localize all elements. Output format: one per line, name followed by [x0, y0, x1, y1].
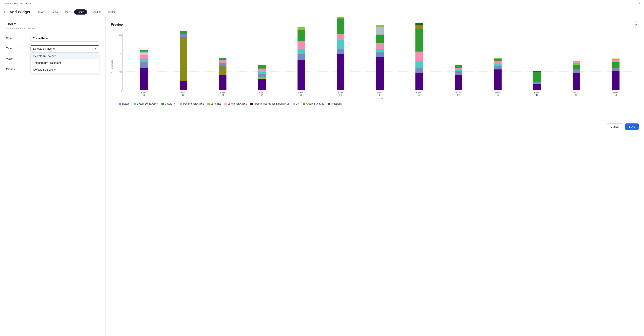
- bar-group-block-06: [337, 17, 344, 90]
- dropdown-item-temperature[interactable]: Temperature Histogram: [31, 59, 99, 66]
- bar-segment: [455, 69, 462, 71]
- bar-segment: [572, 73, 580, 90]
- breadcrumb-dashboard[interactable]: Dashboard: [4, 2, 16, 5]
- legend-color: [303, 103, 306, 105]
- x-axis-title: Inverters: [122, 97, 637, 99]
- bar-group-block-02: [180, 31, 187, 90]
- breadcrumb-chevron: ›: [17, 2, 18, 5]
- bar-segment: [140, 62, 148, 68]
- bar-segment: [416, 52, 423, 61]
- legend-label: Bypass Diode Active: [137, 102, 158, 105]
- bar-segment: [376, 57, 384, 90]
- bar-group-block-10: [494, 58, 502, 90]
- bar-segment: [140, 52, 148, 53]
- tab-therm[interactable]: Therm: [74, 10, 87, 15]
- x-label: Block-10: [494, 92, 502, 96]
- type-dropdown-value: Defects By Inverter: [33, 47, 56, 50]
- name-row: Name: [6, 35, 99, 42]
- bar-segment: [140, 53, 148, 55]
- chart-area: No. of defects 3K 2K 1K 0: [111, 31, 639, 105]
- bar-segment: [298, 60, 305, 90]
- save-button[interactable]: Save: [625, 123, 639, 130]
- bar-segment: [376, 43, 384, 49]
- cancel-button[interactable]: Cancel: [607, 123, 623, 130]
- bar-segment: [337, 34, 344, 40]
- bar-group-block-09: [455, 65, 462, 90]
- bar-segment: [180, 34, 187, 37]
- bar-segment: [219, 58, 226, 60]
- x-label: Block-08: [416, 92, 423, 96]
- bar-segment: [494, 61, 502, 64]
- y-tick-1k: 1K: [119, 71, 122, 73]
- x-label: Block-01: [140, 92, 148, 96]
- tab-forms[interactable]: Forms: [48, 10, 61, 15]
- sidebar-subtitle: Select options and preview: [6, 27, 99, 30]
- legend-item: Hotspot: [119, 102, 130, 105]
- sidebar-title: Therm: [6, 22, 99, 26]
- bar-segment: [298, 49, 305, 54]
- legend-label: Module Hot: [165, 102, 176, 105]
- legend-color: [224, 103, 227, 105]
- bar-segment: [494, 58, 502, 59]
- back-button[interactable]: ‹: [4, 10, 5, 14]
- stacked-bar-block-05: [298, 27, 305, 90]
- bar-segment: [612, 59, 620, 60]
- tab-tasks[interactable]: Tasks: [35, 10, 47, 15]
- bar-segment: [572, 69, 580, 73]
- type-dropdown-wrapper: Defects By Inverter ▲ Defects By Inverte…: [30, 45, 99, 52]
- stacked-bar-block-02: [180, 31, 187, 90]
- legend-label: Potential-induced degradation(PID): [254, 102, 289, 105]
- bar-segment: [219, 66, 226, 75]
- bar-segment: [298, 30, 305, 41]
- bar-group-block-13: [612, 59, 620, 90]
- sidebar: Therm Select options and preview Name Ty…: [0, 17, 106, 334]
- bar-segment: [572, 65, 580, 69]
- dropdown-item-defects-severity[interactable]: Defects By Severity: [31, 66, 99, 73]
- bar-segment: [416, 25, 423, 29]
- bar-segment: [455, 71, 462, 75]
- bar-segment: [337, 40, 344, 49]
- bar-segment: [258, 74, 266, 77]
- bar-segment: [494, 59, 502, 61]
- y-tick-2k: 2K: [119, 53, 122, 55]
- x-label: Block-09: [455, 92, 462, 96]
- type-dropdown[interactable]: Defects By Inverter ▲: [30, 45, 99, 52]
- settings-button[interactable]: ⚙: [633, 22, 639, 28]
- dropdown-item-defects-inverter[interactable]: Defects By Inverter: [31, 53, 99, 59]
- legend-color: [250, 103, 253, 105]
- bar-segment: [337, 19, 344, 34]
- legend-item: String Short Circuit: [224, 102, 247, 105]
- bar-segment: [180, 37, 187, 81]
- bar-segment: [494, 64, 502, 66]
- preview-pane: Preview ⚙ No. of defects 3K 2K 1K 0: [106, 17, 644, 334]
- bar-segment: [298, 41, 305, 49]
- stacked-bar-block-08: [416, 23, 423, 90]
- x-label: Block-03: [219, 92, 226, 96]
- legend-item: Cracked Modules: [303, 102, 324, 105]
- bar-segment: [258, 72, 266, 74]
- bar-segment: [140, 50, 148, 52]
- stacked-bar-block-03: [219, 58, 226, 90]
- bar-segment: [180, 31, 187, 34]
- bar-group-block-03: [219, 58, 226, 90]
- legend-color: [134, 103, 136, 105]
- close-button[interactable]: ×: [638, 2, 640, 6]
- x-label: Block-12: [572, 92, 580, 96]
- legend-label: Module Short Circuit: [183, 102, 204, 105]
- bar-group-block-05: [298, 27, 305, 90]
- name-label: Name: [6, 35, 30, 40]
- bar-group-block-12: [572, 61, 580, 90]
- legend-color: [208, 103, 210, 105]
- tab-terra[interactable]: Terra: [62, 10, 73, 15]
- bar-segment: [376, 35, 384, 43]
- header: ‹ Add Widget Tasks Forms Terra Therm Sch…: [0, 7, 644, 17]
- bar-segment: [612, 71, 620, 90]
- bar-segment: [534, 82, 541, 84]
- stacked-bar-block-12: [572, 61, 580, 90]
- name-input[interactable]: [30, 35, 99, 42]
- legend-item: Bypass Diode Active: [134, 102, 158, 105]
- chart-plot: [122, 34, 637, 90]
- bar-segment: [494, 66, 502, 69]
- tab-custom[interactable]: Custom: [105, 10, 119, 15]
- tab-schedule[interactable]: Schedule: [88, 10, 104, 15]
